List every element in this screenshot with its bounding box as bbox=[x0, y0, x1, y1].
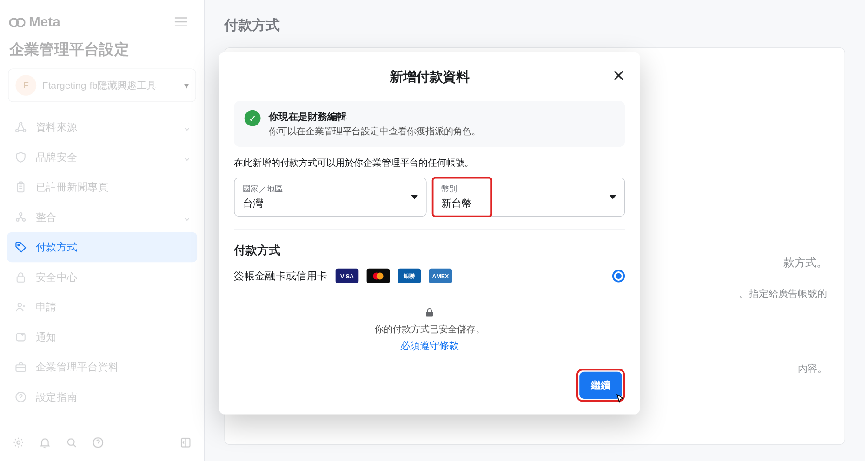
sidebar-item-label: 設定指南 bbox=[36, 390, 77, 404]
search-icon[interactable] bbox=[65, 435, 79, 449]
modal-title: 新增付款資料 bbox=[234, 66, 625, 92]
svg-point-3 bbox=[16, 129, 18, 132]
sidebar: Meta 企業管理平台設定 F Ftargeting-fb隱藏興趣工具 ▾ 資料… bbox=[0, 0, 205, 461]
sidebar-item-security[interactable]: 安全中心 bbox=[7, 262, 197, 292]
svg-point-12 bbox=[18, 303, 22, 307]
hamburger-icon[interactable] bbox=[170, 10, 193, 33]
sidebar-item-notifications[interactable]: 通知 bbox=[7, 322, 197, 352]
sidebar-item-label: 已註冊新聞專頁 bbox=[36, 180, 108, 194]
sidebar-item-business-info[interactable]: 企業管理平台資料 bbox=[7, 352, 197, 382]
add-payment-modal: 新增付款資料 ✓ 你現在是財務編輯 你可以在企業管理平台設定中查看你獲指派的角色… bbox=[219, 52, 640, 415]
meta-logo-icon bbox=[9, 14, 26, 30]
sparkle-icon bbox=[13, 329, 29, 345]
bg-snippet: 款方式。 bbox=[783, 255, 827, 270]
help-circle-icon bbox=[13, 389, 29, 405]
terms-link[interactable]: 必須遵守條款 bbox=[400, 339, 459, 353]
clipboard-icon bbox=[13, 179, 29, 196]
account-selector[interactable]: F Ftargeting-fb隱藏興趣工具 ▾ bbox=[8, 69, 196, 102]
sidebar-item-label: 申請 bbox=[36, 300, 57, 314]
svg-point-4 bbox=[23, 129, 26, 132]
sidebar-item-brand-safety[interactable]: 品牌安全 ⌄ bbox=[7, 142, 197, 172]
chevron-down-icon: ⌄ bbox=[183, 121, 192, 133]
lock-icon bbox=[424, 307, 435, 318]
svg-rect-11 bbox=[17, 277, 25, 282]
check-icon: ✓ bbox=[245, 110, 261, 126]
unionpay-badge: 銀聯 bbox=[398, 269, 421, 283]
sidebar-item-label: 整合 bbox=[36, 211, 57, 224]
chevron-down-icon bbox=[610, 195, 616, 199]
svg-point-2 bbox=[20, 122, 22, 125]
shield-icon bbox=[13, 149, 29, 165]
sidebar-item-integrations[interactable]: 整合 ⌄ bbox=[7, 202, 197, 232]
svg-point-17 bbox=[68, 439, 74, 445]
currency-select[interactable]: 幣別 新台幣 bbox=[432, 178, 625, 217]
sidebar-item-label: 付款方式 bbox=[36, 240, 77, 254]
brand-text: Meta bbox=[29, 14, 60, 30]
chevron-down-icon: ▾ bbox=[184, 80, 189, 91]
role-sub: 你可以在企業管理平台設定中查看你獲指派的角色。 bbox=[269, 125, 481, 138]
account-name: Ftargeting-fb隱藏興趣工具 bbox=[42, 79, 179, 92]
sidebar-item-label: 安全中心 bbox=[36, 270, 77, 284]
mastercard-badge bbox=[367, 269, 390, 283]
sidebar-item-requests[interactable]: 申請 bbox=[7, 292, 197, 322]
svg-point-9 bbox=[23, 219, 25, 221]
divider bbox=[234, 230, 625, 230]
sidebar-item-label: 企業管理平台資料 bbox=[36, 360, 119, 374]
sidebar-item-registered-pages[interactable]: 已註冊新聞專頁 bbox=[7, 172, 197, 202]
secure-text: 你的付款方式已安全儲存。 bbox=[234, 324, 625, 336]
visa-badge: VISA bbox=[336, 269, 359, 283]
lock-icon bbox=[13, 269, 29, 285]
collapse-icon[interactable] bbox=[179, 435, 192, 449]
currency-label: 幣別 bbox=[441, 184, 616, 194]
svg-point-7 bbox=[20, 213, 22, 215]
sidebar-item-label: 資料來源 bbox=[36, 120, 77, 134]
payment-option-label: 簽帳金融卡或信用卡 bbox=[234, 269, 327, 283]
svg-point-10 bbox=[18, 244, 19, 246]
page-title: 付款方式 bbox=[224, 16, 845, 35]
chevron-down-icon: ⌄ bbox=[183, 211, 192, 224]
briefcase-icon bbox=[13, 359, 29, 375]
tag-icon bbox=[13, 239, 29, 256]
country-select[interactable]: 國家／地區 台灣 bbox=[234, 178, 426, 217]
sidebar-title: 企業管理平台設定 bbox=[7, 37, 197, 66]
country-value: 台灣 bbox=[243, 197, 418, 211]
nodes-icon bbox=[13, 119, 29, 136]
sidebar-item-setup-guide[interactable]: 設定指南 bbox=[7, 382, 197, 412]
brand: Meta bbox=[9, 14, 60, 30]
payment-radio[interactable] bbox=[612, 270, 625, 282]
payment-section-title: 付款方式 bbox=[234, 243, 625, 258]
close-icon bbox=[612, 69, 625, 82]
sidebar-item-label: 品牌安全 bbox=[36, 151, 77, 165]
currency-value: 新台幣 bbox=[441, 197, 616, 211]
account-avatar: F bbox=[15, 75, 36, 96]
sidebar-bottom-tools bbox=[7, 431, 197, 454]
sidebar-item-sources[interactable]: 資料來源 ⌄ bbox=[7, 112, 197, 142]
bg-snippet: 。指定給廣告帳號的 bbox=[739, 287, 828, 301]
help-circle-icon[interactable] bbox=[91, 435, 105, 449]
country-label: 國家／地區 bbox=[243, 184, 418, 194]
svg-point-8 bbox=[16, 219, 19, 221]
chevron-down-icon bbox=[411, 195, 418, 199]
highlight-box: 繼續 bbox=[576, 369, 625, 402]
chevron-down-icon: ⌄ bbox=[183, 151, 192, 164]
sidebar-item-label: 通知 bbox=[36, 330, 57, 344]
bell-icon[interactable] bbox=[38, 435, 52, 449]
form-note: 在此新增的付款方式可以用於你企業管理平台的任何帳號。 bbox=[234, 158, 625, 170]
role-info: ✓ 你現在是財務編輯 你可以在企業管理平台設定中查看你獲指派的角色。 bbox=[234, 101, 625, 147]
integration-icon bbox=[13, 209, 29, 225]
close-button[interactable] bbox=[608, 65, 629, 86]
svg-rect-14 bbox=[16, 365, 25, 371]
user-plus-icon bbox=[13, 299, 29, 316]
amex-badge: AMEX bbox=[429, 269, 452, 283]
gear-icon[interactable] bbox=[12, 435, 26, 449]
bg-snippet: 內容。 bbox=[798, 362, 827, 375]
svg-point-16 bbox=[17, 441, 20, 444]
payment-option-card[interactable]: 簽帳金融卡或信用卡 VISA 銀聯 AMEX bbox=[234, 269, 625, 283]
sidebar-item-payments[interactable]: 付款方式 bbox=[7, 232, 197, 262]
cursor-icon bbox=[614, 393, 627, 406]
role-title: 你現在是財務編輯 bbox=[269, 110, 481, 124]
svg-point-21 bbox=[377, 273, 384, 280]
